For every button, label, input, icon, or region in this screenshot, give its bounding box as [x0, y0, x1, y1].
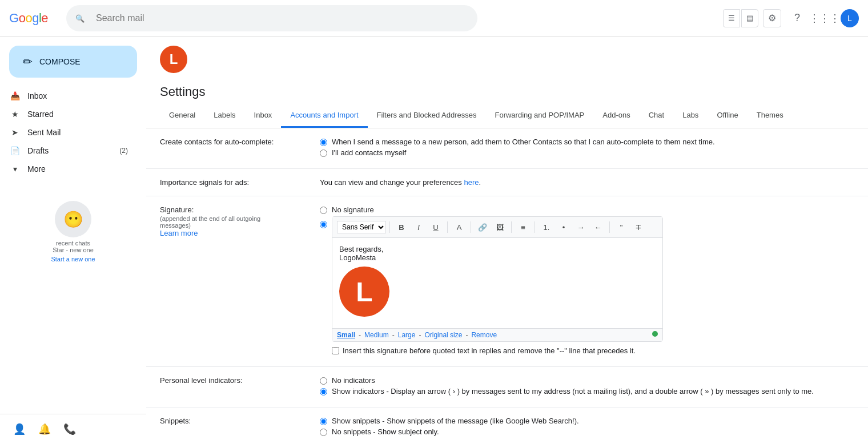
tab-filters[interactable]: Filters and Blocked Addresses	[368, 104, 486, 128]
sig-bullet-list-btn[interactable]: •	[556, 219, 572, 235]
sidebar-item-drafts[interactable]: 📄 Drafts (2)	[0, 142, 137, 160]
main-layout: ✏ COMPOSE 📥 Inbox ★ Starred ➤ Sent Mail …	[0, 37, 868, 444]
no-snippets-label: No snippets - Show subject only.	[332, 427, 439, 436]
sig-content[interactable]: Best regards, LogoMesta L	[332, 238, 662, 328]
radio-when-send-option: When I send a message to a new person, a…	[320, 138, 854, 146]
settings-title: Settings	[146, 73, 868, 99]
sidebar-bottom: 👤 🔔 📞	[0, 414, 146, 444]
avatar[interactable]: L	[841, 9, 859, 27]
signature-label: Signature:	[160, 205, 292, 214]
settings-body: Create contacts for auto-complete: When …	[146, 128, 868, 444]
bell-icon[interactable]: 🔔	[34, 419, 55, 439]
sidebar-item-sent[interactable]: ➤ Sent Mail	[0, 123, 137, 142]
signature-label-cell: Signature: (appended at the end of all o…	[146, 196, 306, 367]
radio-no-snippets[interactable]	[320, 429, 327, 436]
sig-size-remove-link[interactable]: Remove	[471, 331, 497, 339]
sig-indent-btn[interactable]: →	[573, 219, 589, 235]
tab-chat[interactable]: Chat	[640, 104, 673, 128]
importance-dot: .	[479, 178, 481, 187]
contacts-icon[interactable]: 👤	[9, 419, 30, 439]
show-snippets-label: Show snippets - Show snippets of the mes…	[332, 417, 579, 425]
signature-control: No signature Sans Serif	[306, 196, 868, 367]
tab-themes[interactable]: Themes	[748, 104, 793, 128]
personal-level-row: Personal level indicators: No indicators…	[146, 367, 868, 407]
sig-quote-btn[interactable]: "	[613, 219, 629, 235]
search-input[interactable]	[66, 5, 477, 31]
gear-icon[interactable]: ⚙	[763, 9, 781, 27]
compose-label: COMPOSE	[39, 57, 81, 66]
sig-toolbar: Sans Serif B I U A	[332, 217, 662, 238]
sig-italic-btn[interactable]: I	[411, 219, 427, 235]
top-bar: Google 🔍 ☰ ▤ ⚙ ? ⋮⋮⋮ L	[0, 0, 868, 37]
header-area: L	[146, 37, 868, 73]
sig-font-color-btn[interactable]: A	[451, 219, 467, 235]
signature-editor-option: Sans Serif B I U A	[320, 216, 854, 355]
no-indicators-option: No indicators	[320, 376, 854, 385]
sig-link-btn[interactable]: 🔗	[475, 219, 491, 235]
more-icon: ▾	[9, 164, 21, 173]
radio-no-indicators[interactable]	[320, 377, 327, 385]
radio-no-signature[interactable]	[320, 207, 327, 214]
view-compact-btn[interactable]: ☰	[723, 9, 740, 27]
sig-outdent-btn[interactable]: ←	[590, 219, 606, 235]
sig-underline-btn[interactable]: U	[428, 219, 444, 235]
radio-has-signature[interactable]	[320, 221, 327, 228]
drafts-icon: 📄	[9, 146, 21, 155]
signature-learn-more[interactable]: Learn more	[160, 229, 198, 237]
show-snippets-desc: - Show snippets of the message (like Goo…	[382, 417, 578, 425]
radio-i-add-option: I'll add contacts myself	[320, 148, 854, 157]
help-icon[interactable]: ?	[786, 7, 809, 30]
sig-font-select[interactable]: Sans Serif	[337, 221, 386, 233]
snippets-label: Snippets:	[146, 407, 306, 445]
tab-labels[interactable]: Labels	[204, 104, 244, 128]
compose-button[interactable]: ✏ COMPOSE	[9, 46, 137, 78]
tab-addons[interactable]: Add-ons	[593, 104, 639, 128]
sig-size-original-link[interactable]: Original size	[424, 331, 462, 339]
sidebar-item-more[interactable]: ▾ More	[0, 160, 137, 178]
tab-labs[interactable]: Labs	[673, 104, 708, 128]
tab-general[interactable]: General	[160, 104, 204, 128]
sig-numbered-list-btn[interactable]: 1.	[539, 219, 554, 235]
snippets-control: Show snippets - Show snippets of the mes…	[306, 407, 868, 445]
sig-size-medium-link[interactable]: Medium	[364, 331, 389, 339]
importance-row: Importance signals for ads: You can view…	[146, 169, 868, 196]
sidebar: ✏ COMPOSE 📥 Inbox ★ Starred ➤ Sent Mail …	[0, 37, 146, 444]
start-new-chat-link[interactable]: Start a new one	[51, 256, 95, 263]
view-comfortable-btn[interactable]: ▤	[741, 9, 758, 27]
show-indicators-label: Show indicators - Display an arrow ( › )…	[332, 387, 814, 395]
inbox-label: Inbox	[27, 91, 128, 100]
no-recent-chats-text: recent chats Star - new one	[53, 240, 94, 253]
create-contacts-label: Create contacts for auto-complete:	[146, 128, 306, 169]
tab-offline[interactable]: Offline	[708, 104, 747, 128]
radio-show-indicators[interactable]	[320, 388, 327, 395]
tab-inbox[interactable]: Inbox	[245, 104, 282, 128]
sig-size-large-link[interactable]: Large	[398, 331, 416, 339]
no-signature-label: No signature	[332, 205, 374, 214]
inbox-icon: 📥	[9, 91, 21, 100]
sig-size-small-link[interactable]: Small	[337, 331, 355, 339]
sig-align-btn[interactable]: ≡	[515, 219, 531, 235]
sent-label: Sent Mail	[27, 128, 128, 137]
sig-logo: L	[339, 267, 389, 317]
tab-forwarding[interactable]: Forwarding and POP/IMAP	[485, 104, 593, 128]
radio-when-send[interactable]	[320, 139, 327, 146]
sidebar-item-inbox[interactable]: 📥 Inbox	[0, 87, 137, 105]
sig-insert-checkbox[interactable]	[332, 347, 339, 354]
view-controls: ☰ ▤	[723, 9, 758, 27]
phone-icon[interactable]: 📞	[59, 419, 80, 439]
snippets-row: Snippets: Show snippets - Show snippets …	[146, 407, 868, 445]
google-logo: Google	[9, 11, 48, 26]
radio-when-send-label: When I send a message to a new person, a…	[332, 138, 715, 146]
personal-level-label: Personal level indicators:	[160, 376, 292, 385]
importance-link[interactable]: here	[464, 178, 479, 187]
tab-accounts[interactable]: Accounts and Import	[281, 104, 367, 128]
radio-i-add[interactable]	[320, 150, 327, 157]
starred-label: Starred	[27, 110, 128, 119]
sidebar-item-starred[interactable]: ★ Starred	[0, 105, 137, 123]
apps-icon[interactable]: ⋮⋮⋮	[813, 7, 836, 30]
sig-clear-format-btn[interactable]: T̶	[630, 219, 646, 235]
top-right-icons: ☰ ▤ ⚙ ? ⋮⋮⋮ L	[723, 7, 859, 30]
sig-image-btn[interactable]: 🖼	[492, 219, 508, 235]
radio-show-snippets[interactable]	[320, 418, 327, 425]
sig-bold-btn[interactable]: B	[393, 219, 409, 235]
